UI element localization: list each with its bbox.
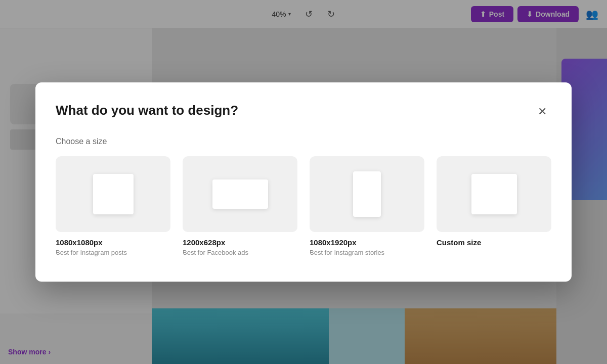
size-card-instagram-post[interactable]: 1080x1080px Best for Instagram posts: [56, 156, 170, 256]
size-card-preview-portrait: [310, 156, 424, 232]
modal-header: What do you want to design? ✕: [56, 103, 551, 121]
size-card-preview-square: [56, 156, 170, 232]
size-card-label-4: Custom size: [437, 238, 551, 247]
size-card-label-3: 1080x1920px: [310, 238, 424, 247]
size-card-custom[interactable]: Custom size: [437, 156, 551, 256]
modal-title: What do you want to design?: [56, 103, 238, 118]
size-cards-grid: 1080x1080px Best for Instagram posts 120…: [56, 156, 551, 256]
size-card-instagram-story[interactable]: 1080x1920px Best for Instagram stories: [310, 156, 424, 256]
design-modal: What do you want to design? ✕ Choose a s…: [35, 82, 572, 282]
size-card-preview-landscape: [183, 156, 297, 232]
section-title: Choose a size: [56, 137, 551, 146]
size-card-desc-3: Best for Instagram stories: [310, 249, 424, 256]
size-card-label-2: 1200x628px: [183, 238, 297, 247]
size-card-desc-1: Best for Instagram posts: [56, 249, 170, 256]
shape-custom: [471, 174, 517, 214]
shape-square: [93, 174, 134, 214]
size-card-label-1: 1080x1080px: [56, 238, 170, 247]
close-icon: ✕: [538, 105, 547, 118]
close-button[interactable]: ✕: [533, 103, 551, 121]
shape-landscape: [212, 179, 268, 209]
size-card-desc-2: Best for Facebook ads: [183, 249, 297, 256]
shape-portrait: [353, 171, 381, 217]
size-card-preview-custom: [437, 156, 551, 232]
size-card-facebook-ad[interactable]: 1200x628px Best for Facebook ads: [183, 156, 297, 256]
